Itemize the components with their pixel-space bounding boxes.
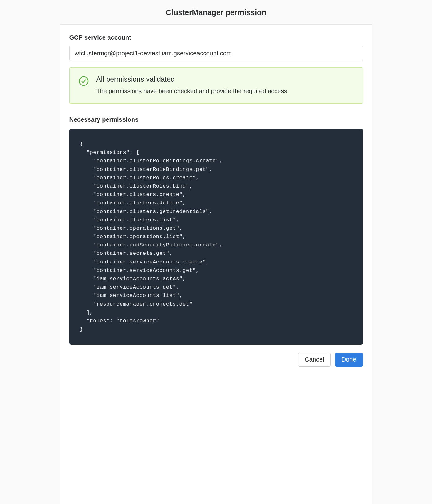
cancel-button[interactable]: Cancel bbox=[298, 353, 330, 367]
permission-dialog: ClusterManager permission GCP service ac… bbox=[60, 0, 372, 504]
validation-title: All permissions validated bbox=[96, 75, 354, 84]
dialog-footer: Cancel Done bbox=[60, 345, 372, 376]
validation-description: The permissions have been checked and pr… bbox=[96, 87, 354, 95]
validation-banner: All permissions validated The permission… bbox=[69, 67, 363, 104]
dialog-title: ClusterManager permission bbox=[60, 8, 372, 17]
svg-point-0 bbox=[79, 77, 88, 85]
check-circle-icon bbox=[78, 76, 89, 86]
dialog-header: ClusterManager permission bbox=[60, 0, 372, 25]
dialog-body: GCP service account All permissions vali… bbox=[60, 25, 372, 345]
done-button[interactable]: Done bbox=[335, 353, 363, 367]
permissions-section: Necessary permissions { "permissions": [… bbox=[69, 116, 363, 345]
validation-text: All permissions validated The permission… bbox=[96, 75, 354, 95]
dialog-spacer bbox=[60, 376, 372, 504]
permissions-code-block[interactable]: { "permissions": [ "container.clusterRol… bbox=[69, 129, 363, 345]
permissions-label: Necessary permissions bbox=[69, 116, 363, 123]
service-account-label: GCP service account bbox=[69, 34, 363, 41]
service-account-input[interactable] bbox=[69, 46, 363, 61]
